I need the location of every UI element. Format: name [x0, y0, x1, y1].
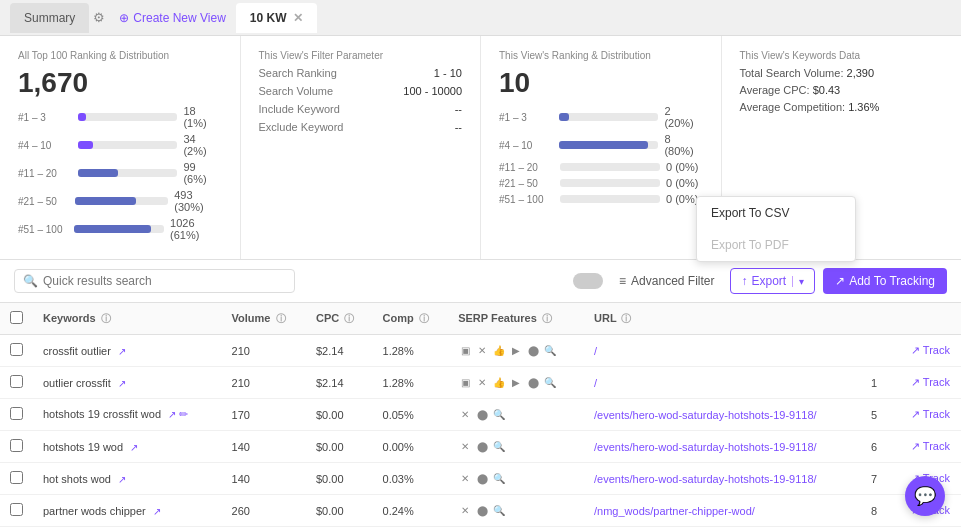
view-label-4-10: #4 – 10	[499, 140, 553, 151]
track-cell[interactable]: ↗ Track	[901, 431, 961, 463]
add-tracking-button[interactable]: ↗ Add To Tracking	[823, 268, 947, 294]
export-dropdown-arrow[interactable]: ▾	[792, 276, 804, 287]
filter-key-ranking: Search Ranking	[259, 67, 337, 79]
track-cell[interactable]: ↗ Track	[901, 399, 961, 431]
row-checkbox-cell[interactable]	[0, 399, 33, 431]
cpc-header-label: CPC	[316, 312, 339, 324]
view-ranking-total: 10	[499, 67, 703, 99]
row-checkbox-cell[interactable]	[0, 527, 33, 533]
serp-cell: ✕⬤🔍	[448, 527, 584, 533]
view-bar-1-3	[559, 113, 658, 121]
stat-row-1-3: #1 – 3 18 (1%)	[18, 105, 222, 129]
url-info-icon[interactable]: ⓘ	[621, 313, 631, 324]
comp-value: 0.05%	[383, 409, 414, 421]
view-ranking-panel: This View's Ranking & Distribution 10 #1…	[481, 36, 722, 259]
volume-cell: 140	[222, 431, 306, 463]
keywords-table-container[interactable]: Keywords ⓘ Volume ⓘ CPC ⓘ Comp ⓘ SERP Fe…	[0, 303, 961, 532]
track-cell[interactable]: ↗ Track	[901, 527, 961, 533]
track-button[interactable]: ↗ Track	[911, 440, 951, 453]
row-checkbox-cell[interactable]	[0, 335, 33, 367]
search-input[interactable]	[43, 274, 286, 288]
volume-cell: 260	[222, 495, 306, 527]
toggle-switch[interactable]	[573, 273, 603, 289]
serp-icons: ▣✕👍▶⬤🔍	[458, 344, 574, 358]
search-box[interactable]: 🔍	[14, 269, 295, 293]
gear-icon[interactable]: ⚙	[93, 10, 105, 25]
serp-icon: ⬤	[475, 408, 489, 422]
comp-value: 0.00%	[383, 441, 414, 453]
url-cell: /events/hero-wod-saturday-hotshots-19-91…	[584, 399, 861, 431]
tab-close-icon[interactable]: ✕	[293, 11, 303, 25]
row-checkbox[interactable]	[10, 503, 23, 516]
external-link-icon[interactable]: ↗	[130, 442, 138, 453]
row-checkbox[interactable]	[10, 407, 23, 420]
volume-info-icon[interactable]: ⓘ	[276, 313, 286, 324]
row-checkbox[interactable]	[10, 343, 23, 356]
keyword-cell: crossfit outlier ↗	[33, 335, 222, 367]
url-cell: /events/hero-wod-saturday-hotshots-19-91…	[584, 463, 861, 495]
url-value: /	[594, 345, 597, 357]
external-link-icon[interactable]: ↗	[168, 409, 176, 420]
serp-icon: 🔍	[543, 344, 557, 358]
view-val-4-10: 8 (80%)	[664, 133, 702, 157]
url-cell: /events/hero-wod-saturday-hotshots-19-91…	[584, 431, 861, 463]
cpc-info-icon[interactable]: ⓘ	[344, 313, 354, 324]
row-checkbox-cell[interactable]	[0, 431, 33, 463]
keywords-info-icon[interactable]: ⓘ	[101, 313, 111, 324]
row-checkbox[interactable]	[10, 439, 23, 452]
serp-cell: ✕⬤🔍	[448, 495, 584, 527]
select-all-checkbox[interactable]	[10, 311, 23, 324]
stat-val-21-50: 493 (30%)	[174, 189, 221, 213]
th-url: URL ⓘ	[584, 303, 861, 335]
track-cell[interactable]: ↗ Track	[901, 335, 961, 367]
keyword-cell: hotshots 19 wod ↗	[33, 431, 222, 463]
url-value: /events/hero-wod-saturday-hotshots-19-91…	[594, 409, 817, 421]
table-row: macho man complex ↗ 210 $0.00 0.00% ✕⬤🔍 …	[0, 527, 961, 533]
comp-value: 0.24%	[383, 505, 414, 517]
filter-key-include: Include Keyword	[259, 103, 340, 115]
comp-cell: 0.24%	[373, 495, 449, 527]
tab-summary[interactable]: Summary	[10, 3, 89, 33]
view-val-51-100: 0 (0%)	[666, 193, 698, 205]
rank-value: 6	[871, 441, 877, 453]
keyword-cell: hot shots wod ↗	[33, 463, 222, 495]
filter-key-volume: Search Volume	[259, 85, 334, 97]
stat-val-51-100: 1026 (61%)	[170, 217, 221, 241]
url-value: /events/hero-wod-saturday-hotshots-19-91…	[594, 441, 817, 453]
track-cell[interactable]: ↗ Track	[901, 367, 961, 399]
external-link-icon[interactable]: ↗	[118, 346, 126, 357]
view-bar-51-100	[560, 195, 660, 203]
track-button[interactable]: ↗ Track	[911, 344, 951, 357]
create-new-view-btn[interactable]: ⊕ Create New View	[109, 3, 235, 33]
row-checkbox-cell[interactable]	[0, 463, 33, 495]
volume-cell: 140	[222, 463, 306, 495]
filter-row-volume: Search Volume 100 - 10000	[259, 85, 463, 97]
edit-icon[interactable]: ✏	[179, 408, 188, 420]
serp-info-icon[interactable]: ⓘ	[542, 313, 552, 324]
keywords-table: Keywords ⓘ Volume ⓘ CPC ⓘ Comp ⓘ SERP Fe…	[0, 303, 961, 532]
view-bar-11-20	[560, 163, 660, 171]
track-button[interactable]: ↗ Track	[911, 376, 951, 389]
view-ranking-title: This View's Ranking & Distribution	[499, 50, 703, 61]
comp-info-icon[interactable]: ⓘ	[419, 313, 429, 324]
row-checkbox[interactable]	[10, 471, 23, 484]
th-checkbox	[0, 303, 33, 335]
tab-10kw-label: 10 KW	[250, 11, 287, 25]
external-link-icon[interactable]: ↗	[118, 474, 126, 485]
row-checkbox-cell[interactable]	[0, 495, 33, 527]
track-button[interactable]: ↗ Track	[911, 408, 951, 421]
advanced-filter-btn[interactable]: ≡ Advanced Filter	[611, 270, 722, 292]
external-link-icon[interactable]: ↗	[118, 378, 126, 389]
row-checkbox-cell[interactable]	[0, 367, 33, 399]
comp-cell: 0.05%	[373, 399, 449, 431]
volume-cell: 170	[222, 399, 306, 431]
row-checkbox[interactable]	[10, 375, 23, 388]
chat-bubble[interactable]: 💬	[905, 476, 945, 516]
export-button[interactable]: ↑ Export ▾	[730, 268, 815, 294]
tab-10kw[interactable]: 10 KW ✕	[236, 3, 317, 33]
external-link-icon[interactable]: ↗	[153, 506, 161, 517]
export-csv-item[interactable]: Export To CSV	[697, 197, 855, 229]
table-row: hot shots wod ↗ 140 $0.00 0.03% ✕⬤🔍 /eve…	[0, 463, 961, 495]
serp-icon: 🔍	[543, 376, 557, 390]
url-cell: /	[584, 367, 861, 399]
